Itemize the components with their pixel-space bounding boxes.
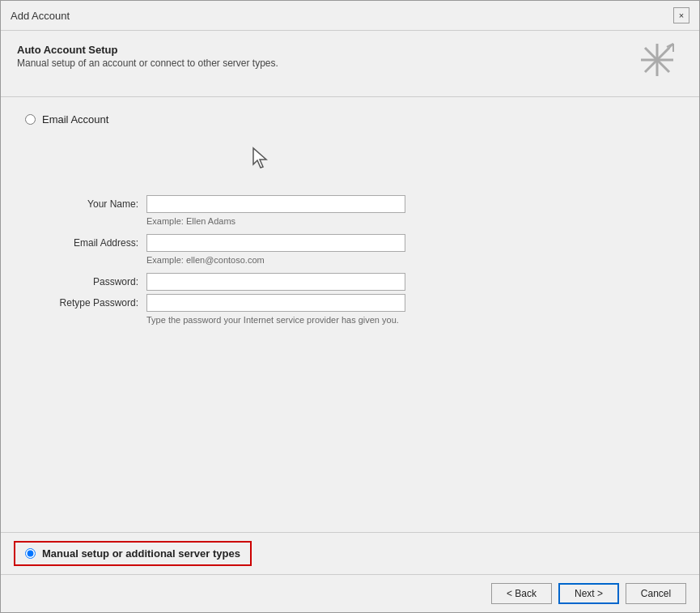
your-name-label: Your Name: (41, 198, 138, 210)
button-bar: < Back Next > Cancel (1, 575, 699, 612)
header-subtitle: Manual setup of an account or connect to… (17, 57, 278, 69)
password-hint: Type the password your Internet service … (146, 315, 675, 325)
email-address-input[interactable] (146, 234, 405, 252)
password-input[interactable] (146, 273, 405, 291)
your-name-row: Your Name: (41, 195, 675, 213)
your-name-input[interactable] (146, 195, 405, 213)
email-address-hint: Example: ellen@contoso.com (146, 255, 675, 265)
your-name-hint: Example: Ellen Adams (146, 216, 675, 226)
dialog-title: Add Account (11, 10, 70, 22)
retype-password-row: Retype Password: (41, 294, 675, 312)
setup-icon (638, 40, 677, 83)
form-section: Your Name: Example: Ellen Adams Email Ad… (25, 195, 675, 333)
cursor-icon (252, 147, 269, 169)
header-section: Auto Account Setup Manual setup of an ac… (1, 31, 699, 97)
back-button[interactable]: < Back (491, 583, 552, 604)
header-svg-icon (638, 40, 677, 79)
next-button[interactable]: Next > (558, 583, 619, 604)
spacer (25, 333, 675, 516)
add-account-dialog: Add Account × Auto Account Setup Manual … (0, 0, 700, 613)
retype-password-label: Retype Password: (41, 297, 138, 309)
password-row: Password: (41, 273, 675, 291)
title-bar: Add Account × (1, 1, 699, 31)
cancel-button[interactable]: Cancel (626, 583, 686, 604)
svg-marker-7 (253, 148, 266, 168)
header-text: Auto Account Setup Manual setup of an ac… (17, 44, 278, 69)
email-account-option[interactable]: Email Account (25, 113, 675, 126)
email-address-label: Email Address: (41, 237, 138, 249)
email-account-radio[interactable] (25, 114, 36, 125)
manual-setup-box: Manual setup or additional server types (14, 541, 252, 566)
close-button[interactable]: × (673, 7, 689, 23)
email-address-row: Email Address: (41, 234, 675, 252)
password-label: Password: (41, 276, 138, 287)
bottom-option-area: Manual setup or additional server types (1, 532, 699, 575)
manual-setup-label[interactable]: Manual setup or additional server types (42, 547, 240, 560)
retype-password-input[interactable] (146, 294, 405, 312)
email-account-label[interactable]: Email Account (42, 113, 108, 126)
cursor-area (252, 147, 675, 171)
manual-setup-radio[interactable] (25, 548, 36, 559)
header-title: Auto Account Setup (17, 44, 278, 56)
content-area: Email Account Your Name: Example: Ellen … (1, 97, 699, 532)
